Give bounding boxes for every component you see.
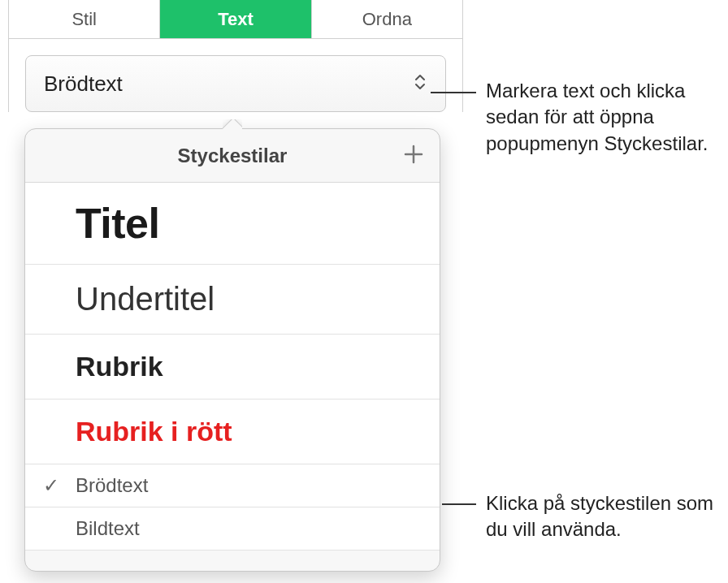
paragraph-style-current: Brödtext <box>44 71 123 97</box>
paragraph-style-select[interactable]: Brödtext <box>25 55 446 112</box>
popover-arrow <box>223 119 242 129</box>
style-item-label: Rubrik <box>76 351 163 382</box>
popover-header: Styckestilar <box>25 129 440 183</box>
style-item-titel[interactable]: Titel <box>25 183 440 265</box>
tab-ordna[interactable]: Ordna <box>312 0 462 38</box>
style-item-bildtext[interactable]: Bildtext <box>25 507 440 551</box>
popover-title: Styckestilar <box>178 145 288 167</box>
updown-caret-icon <box>413 72 427 95</box>
add-style-button[interactable] <box>402 141 425 171</box>
callout-text-2: Klicka på styckestilen som du vill använ… <box>486 490 728 543</box>
format-tabbar: Stil Text Ordna <box>9 0 462 39</box>
tab-text[interactable]: Text <box>160 0 311 38</box>
style-item-label: Titel <box>76 200 159 247</box>
style-item-label: Brödtext <box>76 469 148 501</box>
style-item-rubrik[interactable]: Rubrik <box>25 335 440 399</box>
tab-stil[interactable]: Stil <box>9 0 160 38</box>
callout-leader-line <box>431 92 476 93</box>
style-item-rubrik-rott[interactable]: Rubrik i rött <box>25 399 440 464</box>
paragraph-styles-popover: Styckestilar Titel Undertitel Rubrik Rub… <box>24 128 440 572</box>
format-panel: Stil Text Ordna Brödtext <box>8 0 463 112</box>
paragraph-style-list: Titel Undertitel Rubrik Rubrik i rött Br… <box>25 183 440 551</box>
style-item-brodtext[interactable]: Brödtext <box>25 464 440 507</box>
style-item-label: Undertitel <box>76 281 214 317</box>
callout-leader-line <box>442 503 476 505</box>
paragraph-style-select-wrap: Brödtext <box>9 39 462 112</box>
style-item-label: Rubrik i rött <box>76 416 232 447</box>
style-item-label: Bildtext <box>76 512 140 544</box>
callout-text-1: Markera text och klicka sedan för att öp… <box>486 78 728 157</box>
style-item-undertitel[interactable]: Undertitel <box>25 265 440 335</box>
